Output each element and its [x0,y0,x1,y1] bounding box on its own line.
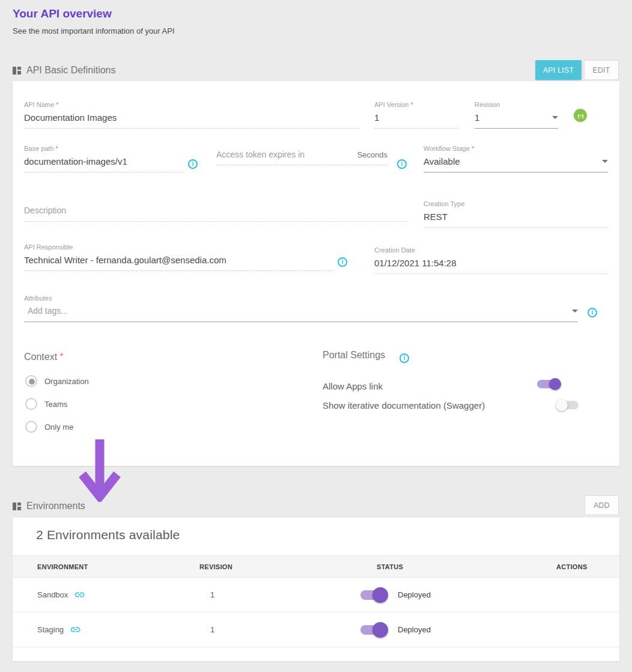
status-label: Deployed [398,625,431,634]
deploy-toggle[interactable] [360,590,384,600]
api-list-button[interactable]: API LIST [535,60,582,80]
environment-revision: 1 [199,625,360,634]
basic-definitions-card: API Name * Documentation Images API Vers… [13,81,619,466]
required-asterisk: * [411,101,413,108]
link-icon[interactable] [70,624,81,635]
seconds-unit-label: Seconds [357,150,387,159]
creation-date-field: Creation Date 01/12/2021 11:54:28 [374,246,608,274]
revision-field: Revision 1 [475,101,558,129]
page-title: Your API overview [13,7,112,20]
api-version-label: API Version [374,101,409,108]
basic-definitions-section-header: API Basic Definitions [13,65,116,76]
required-asterisk: * [60,352,64,362]
toggle-knob [556,399,568,411]
creation-date-value: 01/12/2021 11:54:28 [374,258,608,274]
table-row: Sandbox 1 Deployed [13,578,619,612]
context-option-only-me[interactable]: Only me [25,421,73,433]
api-responsible-field: API Responsible Technical Writer - ferna… [24,243,334,271]
portal-settings-title: Portal Settings [323,350,409,363]
access-token-placeholder: Access token expires in [216,150,305,159]
creation-date-label: Creation Date [374,246,608,254]
access-token-field: Access token expires in Seconds [216,150,387,165]
radio-button[interactable] [25,375,37,387]
creation-type-value: REST [424,212,608,228]
api-contract-icon[interactable] [574,109,587,122]
api-version-field: API Version * 1 [374,101,458,129]
attributes-info-icon[interactable] [588,308,597,317]
attributes-label: Attributes [24,295,578,302]
workflow-stage-field: Workflow Stage * Available [424,145,608,173]
radio-label: Organization [44,377,89,386]
api-version-input[interactable]: 1 [374,112,458,129]
column-header-revision: REVISION [199,563,360,570]
revision-label: Revision [475,101,558,108]
context-title: Context * [24,352,64,362]
column-header-actions: ACTIONS [556,563,619,570]
swagger-docs-toggle[interactable] [557,401,579,409]
workflow-stage-value: Available [424,156,460,166]
base-path-label: Base path [24,145,54,152]
context-option-teams[interactable]: Teams [25,398,67,410]
toggle-knob [372,622,388,638]
grid-icon [13,67,21,75]
environment-name: Staging [37,625,64,634]
workflow-stage-select[interactable]: Available [424,156,608,173]
radio-label: Teams [44,400,67,409]
api-responsible-input[interactable]: Technical Writer - fernanda.goulart@sens… [24,255,334,271]
revision-select[interactable]: 1 [475,112,558,129]
column-header-status: STATUS [360,563,556,570]
attributes-field: Attributes Add tags... [24,295,578,322]
environments-card: 2 Environments available ENVIRONMENT REV… [13,518,619,661]
table-row: Staging 1 Deployed [13,612,619,647]
access-token-input[interactable]: Access token expires in Seconds [216,150,387,165]
allow-apps-link-label: Allow Apps link [323,381,383,391]
section-title: API Basic Definitions [26,65,116,76]
api-responsible-label: API Responsible [24,243,334,251]
swagger-docs-label: Show iterative documentation (Swagger) [323,400,485,411]
portal-settings-info-icon[interactable] [400,353,409,363]
required-asterisk: * [56,145,58,152]
deploy-toggle[interactable] [360,625,384,635]
api-name-input[interactable]: Documentation Images [24,112,359,129]
creation-type-field: Creation Type REST [424,200,608,228]
description-input[interactable]: Description [24,206,409,222]
description-field: Description [24,206,409,222]
environments-summary: 2 Environments available [36,528,180,542]
allow-apps-link-toggle[interactable] [537,380,559,388]
chevron-down-icon [552,116,558,119]
base-path-info-icon[interactable] [188,159,198,169]
creation-type-label: Creation Type [424,200,608,207]
revision-value: 1 [475,112,479,123]
api-responsible-info-icon[interactable] [338,257,347,267]
access-token-info-icon[interactable] [397,159,407,169]
api-name-field: API Name * Documentation Images [24,101,359,129]
radio-label: Only me [44,423,73,432]
radio-button[interactable] [25,421,37,433]
column-header-environment: ENVIRONMENT [37,563,199,570]
status-label: Deployed [398,590,431,599]
chevron-down-icon [602,160,608,163]
section-title: Environments [26,501,85,512]
link-icon[interactable] [74,589,85,600]
environment-revision: 1 [199,590,360,599]
environments-table-header: ENVIRONMENT REVISION STATUS ACTIONS [13,555,619,578]
base-path-field: Base path * documentation-images/v1 [24,145,184,173]
grid-icon [13,502,21,510]
add-environment-button[interactable]: ADD [585,495,619,515]
attributes-tags-input[interactable]: Add tags... [24,306,578,322]
page-subtitle: See the most important information of yo… [13,26,175,35]
add-tags-placeholder: Add tags... [28,306,68,316]
environment-name: Sandbox [37,590,68,599]
required-asterisk: * [56,101,58,108]
edit-button[interactable]: EDIT [584,60,619,80]
chevron-down-icon [572,310,578,313]
toggle-knob [549,378,561,390]
toggle-knob [372,587,388,603]
base-path-input[interactable]: documentation-images/v1 [24,156,184,173]
workflow-stage-label: Workflow Stage [424,145,470,152]
environments-section-header: Environments [13,501,85,512]
context-option-organization[interactable]: Organization [25,375,89,387]
api-name-label: API Name [24,101,54,108]
radio-button[interactable] [25,398,37,410]
down-arrow-annotation-icon [78,439,123,502]
